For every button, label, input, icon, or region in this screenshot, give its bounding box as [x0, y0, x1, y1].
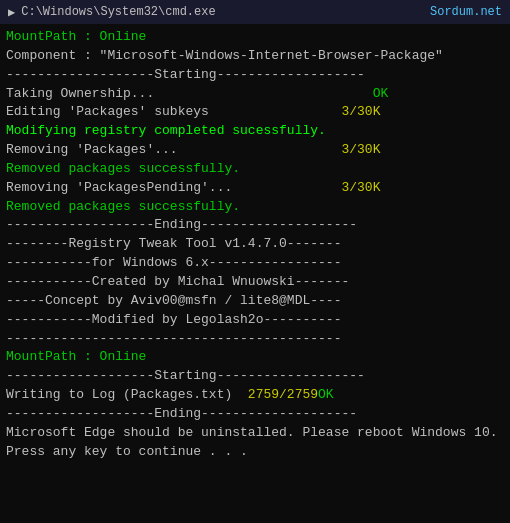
title-bar: ▶ C:\Windows\System32\cmd.exe Sordum.net [0, 0, 510, 24]
console-line: -------------------Ending---------------… [6, 405, 504, 424]
console-line: Modifying registry completed sucessfully… [6, 122, 504, 141]
console-line: ----------------------------------------… [6, 330, 504, 349]
console-line: Taking Ownership... OK [6, 85, 504, 104]
console-output: MountPath : OnlineComponent : "Microsoft… [0, 24, 510, 523]
console-line: --------Registry Tweak Tool v1.4.7.0----… [6, 235, 504, 254]
console-line: -------------------Starting-------------… [6, 66, 504, 85]
brand-label: Sordum.net [430, 5, 502, 19]
console-line: Microsoft Edge should be uninstalled. Pl… [6, 424, 504, 443]
console-line: -----------Created by Michal Wnuowski---… [6, 273, 504, 292]
console-line: Editing 'Packages' subkeys 3/30K [6, 103, 504, 122]
title-bar-left: ▶ C:\Windows\System32\cmd.exe [8, 5, 216, 20]
cmd-window: ▶ C:\Windows\System32\cmd.exe Sordum.net… [0, 0, 510, 523]
console-line: -------------------Starting-------------… [6, 367, 504, 386]
cmd-icon: ▶ [8, 5, 15, 20]
window-title: C:\Windows\System32\cmd.exe [21, 5, 215, 19]
console-line: Writing to Log (Packages.txt) 2759/2759O… [6, 386, 504, 405]
console-line: -------------------Ending---------------… [6, 216, 504, 235]
console-line: Removing 'PackagesPending'... 3/30K [6, 179, 504, 198]
console-line: -----------Modified by Legolash2o-------… [6, 311, 504, 330]
console-line: Removed packages successfully. [6, 160, 504, 179]
console-line: Component : "Microsoft-Windows-Internet-… [6, 47, 504, 66]
console-line: Press any key to continue . . . [6, 443, 504, 462]
console-line: -----------for Windows 6.x--------------… [6, 254, 504, 273]
console-line: Removed packages successfully. [6, 198, 504, 217]
console-line: Removing 'Packages'... 3/30K [6, 141, 504, 160]
console-line: MountPath : Online [6, 348, 504, 367]
console-line: MountPath : Online [6, 28, 504, 47]
console-line: -----Concept by Aviv00@msfn / lite8@MDL-… [6, 292, 504, 311]
